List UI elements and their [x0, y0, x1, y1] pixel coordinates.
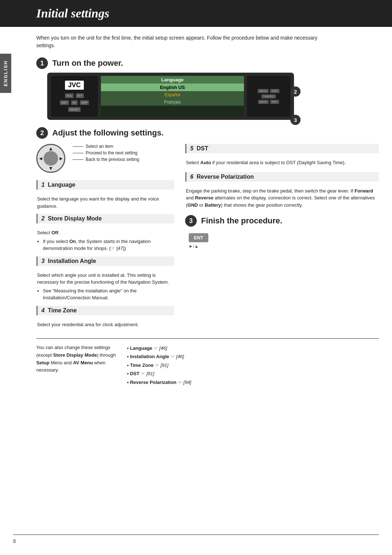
page-number: 8	[13, 538, 16, 544]
dial-image: ◄ ► ▲ ▼	[36, 144, 65, 173]
map-btn: MAP	[80, 100, 89, 105]
circle-badge-3: 3	[290, 115, 301, 125]
right-mid-buttons: TRAFFIC	[261, 94, 276, 98]
language-tab: ENGLISH	[0, 54, 11, 93]
screen-arrows: ◄◄ ▲ ▼ ►►	[101, 106, 244, 113]
device-buttons-row: VOL ATT	[65, 93, 84, 98]
intro-text: When you turn on the unit for the first …	[36, 34, 334, 49]
subsection-store-body: Select Off. If you select On, the System…	[36, 229, 174, 252]
step2-circle: 2	[36, 127, 48, 139]
subsection-dst-body: Select Auto if your residential area is …	[185, 159, 379, 166]
screen-francais: Français	[101, 98, 244, 106]
step2-title: Adjust the following settings.	[52, 128, 164, 138]
bottom-rule	[13, 534, 379, 535]
reset-btn: RESET	[68, 107, 81, 112]
dial-arrow-up-icon: ▲	[48, 146, 53, 151]
finish-section: 3 Finish the procedure. ENT ►/▲	[185, 215, 379, 249]
note-list-item: Time Zone ☞ [91]	[127, 361, 379, 369]
subsection-timezone-body: Select your residential area for clock a…	[36, 321, 174, 328]
subsection-timezone-title: 4 Time Zone	[41, 307, 171, 314]
jvc-logo: JVC	[65, 81, 83, 90]
av-btn: AV	[71, 100, 78, 105]
traffic-btn: TRAFFIC	[261, 94, 276, 98]
device-screen: Language English US Español Français ◄◄ …	[101, 76, 244, 117]
dial-inner	[44, 151, 58, 166]
main-content: When you turn on the unit for the first …	[0, 34, 392, 400]
subsection-installation: 3 Installation Angle	[36, 256, 174, 266]
step3-header: 3 Finish the procedure.	[185, 215, 379, 227]
right-column: 5 DST Select Auto if your residential ar…	[185, 144, 379, 328]
dial-circle: ◄ ► ▲ ▼	[36, 144, 65, 173]
bottom-note: You can also change these settings (exce…	[36, 338, 379, 386]
subsection-store-title: 2 Store Display Mode	[41, 215, 171, 222]
dial-arrow-right-icon: ►	[58, 155, 64, 161]
disp-btn: DISP	[270, 89, 279, 93]
right-nav-buttons: BACK SRC	[258, 100, 279, 104]
circle-badge-2: 2	[290, 86, 301, 97]
store-display-bullet: If you select On, the System starts in t…	[43, 238, 173, 252]
dial-label-select: Select an item	[73, 144, 139, 149]
screen-language-label: Language	[101, 76, 244, 84]
step1-header: 1 Turn on the power.	[36, 57, 379, 69]
subsection-reverse: 6 Reverse Polarization	[185, 172, 379, 182]
two-column-layout: ◄ ► ▲ ▼ Select an item Proceed to the ne…	[36, 144, 379, 328]
dial-labels: Select an item Proceed to the next setti…	[73, 144, 139, 162]
ent-button: ENT	[189, 233, 208, 242]
device-left-panel: JVC VOL ATT SRC AV MAP RESET	[51, 76, 98, 117]
device-buttons-row3: RESET	[68, 107, 81, 112]
device-right-panel: MENU DISP TRAFFIC BACK SRC	[247, 76, 290, 117]
bottom-note-text: You can also change these settings (exce…	[36, 344, 116, 386]
screen-english: English US	[101, 84, 244, 91]
step1-circle: 1	[36, 57, 48, 69]
dial-area: ◄ ► ▲ ▼ Select an item Proceed to the ne…	[36, 144, 174, 173]
subsection-installation-body: Select which angle your unit is installe…	[36, 272, 174, 301]
device-mock: JVC VOL ATT SRC AV MAP RESET Language En…	[47, 73, 294, 120]
subsection-language-body: Select the language you want for the dis…	[36, 195, 174, 210]
right-top-buttons: MENU DISP	[258, 89, 280, 93]
subsection-dst-title: 5 DST	[190, 145, 376, 152]
note-list-item: Language ☞ [46]	[127, 344, 379, 352]
bottom-note-list: Language ☞ [46] Installation Angle ☞ [46…	[127, 344, 379, 386]
step3-title: Finish the procedure.	[201, 216, 282, 226]
dial-label-proceed: Proceed to the next setting	[73, 150, 139, 155]
subsection-installation-title: 3 Installation Angle	[41, 258, 171, 264]
screen-espanol: Español	[101, 91, 244, 98]
back-btn: BACK	[258, 100, 269, 104]
installation-bullet: See "Measuring the installation angle" o…	[43, 287, 173, 301]
dial-arrow-left-icon: ◄	[38, 155, 43, 161]
att-btn: ATT	[76, 93, 84, 98]
dial-label-back: Back to the previous setting	[73, 157, 139, 162]
vol-btn: VOL	[65, 93, 74, 98]
src2-btn: SRC	[270, 100, 279, 104]
subsection-language: 1 Language	[36, 180, 174, 190]
menu-btn: MENU	[258, 89, 269, 93]
ent-sub: ►/▲	[189, 244, 379, 249]
subsection-reverse-body: Engage the parking brake, step on the br…	[185, 187, 379, 209]
device-buttons-row2: SRC AV MAP	[60, 100, 89, 105]
subsection-dst: 5 DST	[185, 144, 379, 153]
dial-arrow-down-icon: ▼	[48, 165, 53, 171]
note-list-item: DST ☞ [91]	[127, 369, 379, 378]
step3-circle: 3	[185, 215, 197, 227]
src-btn: SRC	[60, 100, 69, 105]
device-container: JVC VOL ATT SRC AV MAP RESET Language En…	[47, 73, 379, 120]
title-bar: Initial settings	[0, 0, 392, 27]
subsection-reverse-title: 6 Reverse Polarization	[190, 174, 376, 180]
subsection-store-display: 2 Store Display Mode	[36, 214, 174, 223]
note-list-item: Reverse Polarization ☞ [94]	[127, 378, 379, 386]
subsection-timezone: 4 Time Zone	[36, 306, 174, 315]
left-column: ◄ ► ▲ ▼ Select an item Proceed to the ne…	[36, 144, 174, 328]
note-list-item: Installation Angle ☞ [46]	[127, 352, 379, 361]
page-title: Initial settings	[36, 7, 379, 20]
step1-title: Turn on the power.	[52, 58, 123, 68]
step2-header: 2 Adjust the following settings.	[36, 127, 379, 139]
subsection-language-title: 1 Language	[41, 182, 171, 188]
